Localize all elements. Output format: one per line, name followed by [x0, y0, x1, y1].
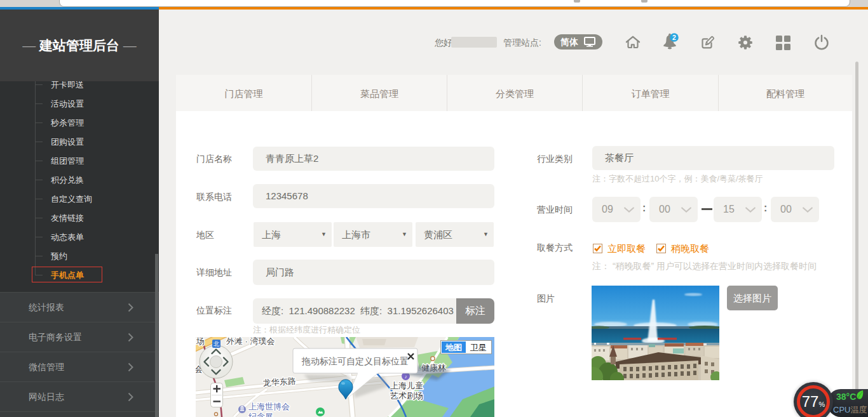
- svg-text:卫星: 卫星: [470, 343, 487, 352]
- svg-text:上海儿童: 上海儿童: [390, 381, 423, 390]
- svg-text:纪念展: 纪念展: [248, 412, 273, 417]
- svg-text:场: 场: [196, 337, 205, 346]
- svg-text:上海世博会: 上海世博会: [248, 402, 290, 411]
- svg-text:♪: ♪: [405, 374, 407, 380]
- svg-text:地图: 地图: [445, 343, 462, 352]
- svg-text:北: 北: [214, 340, 220, 347]
- svg-text:2: 2: [672, 34, 676, 41]
- svg-text:外滩 · 湾璞会: 外滩 · 湾璞会: [226, 337, 275, 346]
- svg-text:拖动标注可自定义目标位置: 拖动标注可自定义目标位置: [301, 356, 409, 366]
- svg-text:艺术剧场: 艺术剧场: [390, 391, 423, 400]
